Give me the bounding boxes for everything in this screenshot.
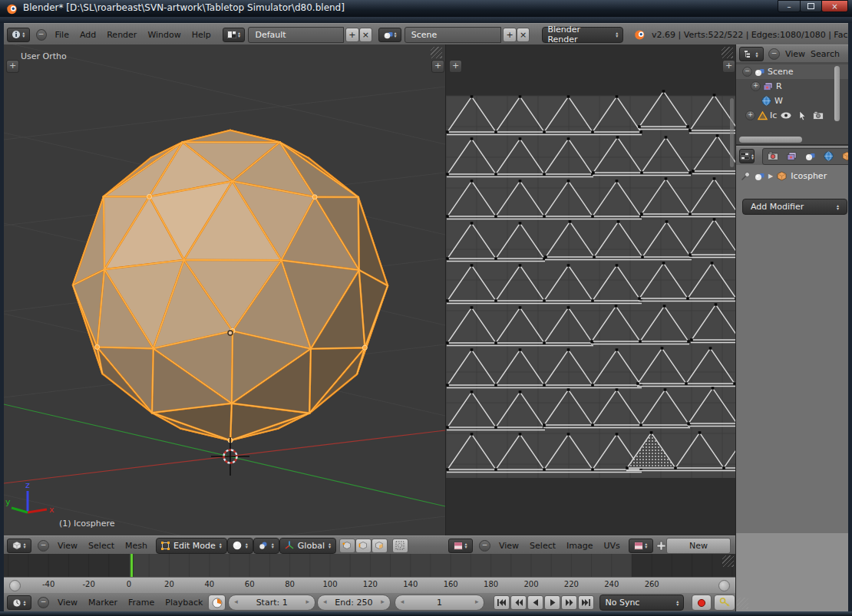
menu-marker[interactable]: Marker [83,598,123,608]
face-select-button[interactable] [372,539,388,553]
menu-view[interactable]: View [781,49,809,59]
add-scene-button[interactable]: + [503,28,517,42]
decrement-arrow-icon[interactable]: ◂ [323,598,327,605]
editor-type-info-button[interactable]: ▴▾ [7,28,30,42]
play-reverse-button[interactable] [527,595,543,610]
collapse-menus-button[interactable]: − [768,48,780,60]
tab-scene[interactable] [801,150,819,163]
outliner-row-icosphere[interactable]: + Ic [736,108,849,123]
increment-arrow-icon[interactable]: ▸ [306,598,310,605]
expand-tool-shelf-button[interactable]: + [6,60,19,73]
collapse-scene-icon[interactable]: − [742,67,752,77]
render-engine-select[interactable]: Blender Render ▴▾ [542,27,623,43]
expand-panel-button[interactable]: + [722,60,735,73]
jump-to-start-button[interactable] [494,595,510,610]
vertex-select-button[interactable] [339,539,355,553]
pin-icon[interactable] [741,171,751,181]
area-resize-grip[interactable] [431,47,442,58]
editor-type-timeline-button[interactable]: ▴▾ [7,595,31,610]
frame-start-field[interactable]: ◂ Start: 1 ▸ [228,595,315,611]
editor-type-3dview-button[interactable]: ▴▾ [7,539,31,553]
menu-add[interactable]: Add [74,30,101,40]
mode-select[interactable]: Edit Mode ▴▾ [156,538,227,554]
timeline-track-area[interactable] [4,554,735,577]
close-button[interactable]: × [821,0,848,12]
menu-uvs[interactable]: UVs [599,541,626,551]
current-frame-playhead[interactable] [130,554,133,577]
restore-button[interactable] [800,0,822,12]
menu-render[interactable]: Render [101,30,142,40]
image-browse-button[interactable]: ▴▾ [629,539,653,553]
menu-frame[interactable]: Frame [123,598,160,608]
editor-type-outliner-button[interactable]: ▴▾ [739,47,764,61]
minimize-button[interactable]: – [778,0,801,12]
menu-view[interactable]: View [52,598,83,608]
area-resize-grip[interactable] [722,555,734,567]
pivot-point-select[interactable]: ▴▾ [253,538,279,554]
timeline-ruler[interactable]: -40-200204060801001201401601802002202402… [4,577,735,594]
outliner-row-renderlayers[interactable]: + R [736,79,849,94]
menu-select[interactable]: Select [524,541,561,551]
menu-window[interactable]: Window [142,30,186,40]
uv-vertical-scrollbar[interactable] [730,98,734,167]
selectable-cursor-icon[interactable] [799,111,806,120]
next-keyframe-button[interactable] [561,595,577,610]
layout-name-field[interactable]: Default [248,27,344,43]
scene-browse-button[interactable]: ▴▾ [378,28,401,42]
transform-orientation-select[interactable]: Global ▴▾ [279,538,336,554]
expand-icon[interactable]: + [751,81,761,91]
screen-layout-button[interactable]: ▴▾ [223,28,246,42]
add-layout-button[interactable]: + [345,28,359,42]
ruler-scroll-handle-left[interactable] [9,580,21,591]
outliner-vscrollbar[interactable] [834,66,840,121]
menu-file[interactable]: File [50,30,74,40]
frame-end-field[interactable]: ◂ End: 250 ▸ [317,595,391,611]
delete-layout-button[interactable]: × [359,28,373,42]
prev-keyframe-button[interactable] [510,595,527,610]
viewport-3d[interactable]: zxy User Ortho (1) Icosphere + + [4,44,445,535]
outliner-item-label[interactable]: Scene [768,67,794,77]
menu-view[interactable]: View [52,541,83,551]
play-button[interactable] [544,595,560,610]
area-resize-grip[interactable] [722,47,733,58]
collapse-menus-button[interactable]: − [36,29,47,41]
outliner-item-label[interactable]: Ic [770,110,777,120]
menu-select[interactable]: Select [83,541,120,551]
new-image-button[interactable]: New [666,538,731,554]
outliner-row-scene[interactable]: − Scene [736,64,849,79]
tab-object[interactable] [837,150,849,163]
decrement-arrow-icon[interactable]: ◂ [234,598,238,605]
outliner-item-label[interactable]: R [776,81,782,91]
increment-arrow-icon[interactable]: ▸ [475,598,479,605]
renderable-camera-icon[interactable] [813,111,824,120]
editor-type-properties-button[interactable]: ▴▾ [739,149,755,163]
outliner-hscrollbar[interactable] [739,137,802,143]
auto-keyframe-button[interactable] [714,595,735,611]
sync-mode-select[interactable]: No Sync ▴▾ [599,595,684,611]
menu-image[interactable]: Image [561,541,598,551]
title-bar[interactable]: Blender* [D:\SL\roarbeast\SVN-artwork\Ta… [0,0,852,17]
menu-view[interactable]: View [494,541,524,551]
expand-panel-button[interactable]: + [449,60,462,73]
collapse-menus-button[interactable]: − [38,597,49,608]
current-frame-field[interactable]: ◂ 1 ▸ [395,595,485,611]
collapse-menus-button[interactable]: − [38,540,49,552]
decrement-arrow-icon[interactable]: ◂ [401,598,405,605]
menu-search[interactable]: Search [809,49,841,59]
visibility-eye-icon[interactable] [781,112,791,119]
scene-name-field[interactable]: Scene [405,27,501,43]
outliner-item-label[interactable]: W [774,96,783,106]
jump-to-end-button[interactable] [578,595,594,610]
outliner-row-world[interactable]: W [736,94,849,108]
preview-range-toggle[interactable] [208,595,226,611]
viewport-shading-select[interactable]: ▴▾ [227,538,253,554]
expand-icon[interactable]: + [745,110,755,120]
ruler-scroll-handle-right[interactable] [718,580,730,591]
record-button[interactable] [692,595,712,611]
menu-mesh[interactable]: Mesh [120,541,153,551]
menu-playback[interactable]: Playback [160,598,208,608]
uv-image-editor[interactable]: + + [445,44,736,535]
tab-render-layers[interactable] [782,150,801,163]
editor-type-image-button[interactable]: ▴▾ [448,539,473,553]
collapse-menus-button[interactable]: − [479,540,490,552]
